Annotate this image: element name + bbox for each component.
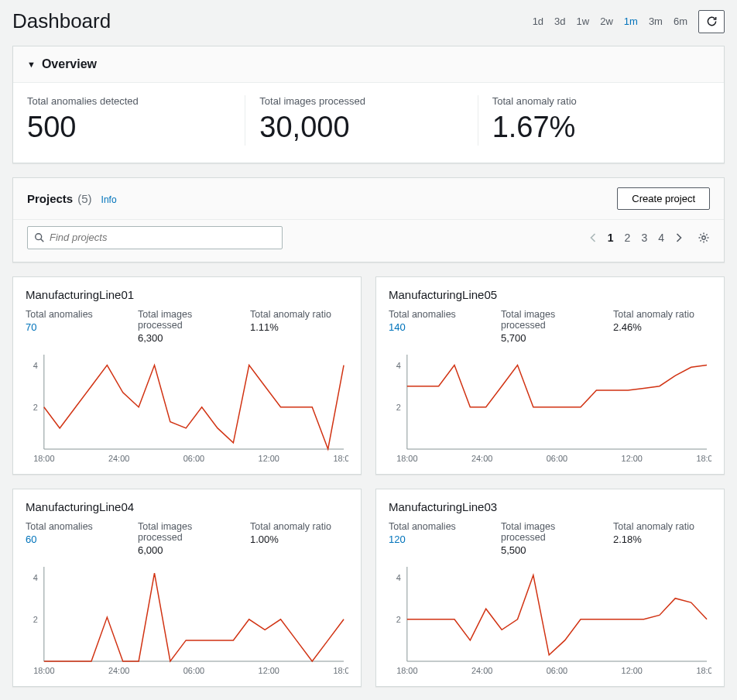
- svg-text:4: 4: [396, 572, 401, 582]
- card-stat-ratio: Total anomaly ratio2.18%: [613, 521, 711, 556]
- page-title: Dashboard: [12, 9, 111, 33]
- card-title: ManufacturingLine01: [26, 288, 348, 301]
- svg-point-0: [36, 233, 42, 239]
- card-stat-label: Total images processed: [138, 521, 236, 543]
- card-stat-value[interactable]: 140: [389, 321, 487, 333]
- svg-text:12:00: 12:00: [259, 666, 279, 675]
- svg-text:24:00: 24:00: [471, 454, 492, 463]
- page-header: Dashboard 1d 3d 1w 2w 1m 3m 6m: [12, 9, 725, 33]
- chart: 2418:0024:0006:0012:0018:00: [389, 350, 711, 466]
- card-stat-label: Total images processed: [501, 521, 599, 543]
- page-2[interactable]: 2: [625, 232, 631, 244]
- overview-panel: ▼ Overview Total anomalies detected 500 …: [12, 46, 725, 163]
- card-title: ManufacturingLine05: [389, 288, 711, 301]
- card-stat-images: Total images processed5,500: [501, 521, 599, 556]
- card-stat-value[interactable]: 60: [26, 534, 124, 545]
- time-range-1d[interactable]: 1d: [533, 15, 543, 27]
- card-stat-value: 1.00%: [250, 534, 348, 545]
- project-card: ManufacturingLine03Total anomalies120Tot…: [375, 489, 725, 687]
- svg-text:18:00: 18:00: [33, 666, 54, 675]
- card-stat-value[interactable]: 70: [26, 321, 124, 333]
- chart: 2418:0024:0006:0012:0018:00: [389, 562, 711, 678]
- svg-text:18:00: 18:00: [696, 454, 711, 463]
- svg-text:18:00: 18:00: [396, 666, 417, 675]
- svg-point-2: [702, 235, 705, 238]
- time-range-2w[interactable]: 2w: [600, 15, 613, 27]
- card-stat-ratio: Total anomaly ratio2.46%: [613, 309, 711, 344]
- card-stat-ratio: Total anomaly ratio1.00%: [250, 521, 348, 556]
- card-stat-anomalies: Total anomalies70: [26, 309, 124, 344]
- svg-text:4: 4: [33, 360, 38, 369]
- svg-text:12:00: 12:00: [259, 454, 279, 463]
- svg-text:18:00: 18:00: [396, 454, 417, 463]
- svg-text:2: 2: [33, 614, 38, 623]
- card-stat-images: Total images processed5,700: [501, 309, 599, 344]
- svg-text:18:00: 18:00: [696, 666, 711, 675]
- page-next-icon[interactable]: [675, 232, 682, 243]
- card-stat-value: 2.18%: [613, 534, 711, 545]
- refresh-icon: [706, 15, 718, 27]
- project-cards: ManufacturingLine01Total anomalies70Tota…: [12, 276, 725, 687]
- metric-value: 30,000: [259, 110, 463, 146]
- projects-title-text: Projects: [27, 192, 73, 205]
- svg-text:12:00: 12:00: [622, 454, 643, 463]
- svg-text:18:00: 18:00: [333, 454, 348, 463]
- overview-metrics: Total anomalies detected 500 Total image…: [13, 83, 724, 163]
- time-range-1m[interactable]: 1m: [624, 15, 638, 27]
- metric-images: Total images processed 30,000: [245, 95, 477, 146]
- projects-panel: Projects (5) Info Create project 1 2 3 4: [12, 177, 725, 262]
- projects-title: Projects (5) Info: [27, 192, 117, 205]
- metric-anomalies: Total anomalies detected 500: [27, 95, 245, 146]
- overview-header[interactable]: ▼ Overview: [13, 46, 724, 83]
- settings-gear-icon[interactable]: [698, 232, 710, 244]
- svg-text:4: 4: [396, 360, 401, 369]
- chart: 2418:0024:0006:0012:0018:00: [26, 350, 348, 466]
- time-range-3d[interactable]: 3d: [554, 15, 565, 27]
- svg-text:2: 2: [396, 402, 401, 411]
- card-stats: Total anomalies70Total images processed6…: [26, 309, 348, 344]
- svg-text:06:00: 06:00: [547, 454, 567, 463]
- project-card: ManufacturingLine04Total anomalies60Tota…: [12, 489, 362, 687]
- info-link[interactable]: Info: [101, 194, 117, 205]
- metric-value: 500: [27, 110, 231, 146]
- card-stat-label: Total images processed: [501, 309, 599, 331]
- svg-text:18:00: 18:00: [33, 454, 54, 463]
- metric-label: Total images processed: [259, 95, 463, 107]
- time-range-1w[interactable]: 1w: [577, 15, 590, 27]
- card-stat-value: 2.46%: [613, 321, 711, 333]
- project-card: ManufacturingLine05Total anomalies140Tot…: [375, 276, 725, 475]
- time-range-3m[interactable]: 3m: [649, 15, 663, 27]
- svg-text:24:00: 24:00: [471, 666, 492, 675]
- svg-text:2: 2: [33, 402, 38, 411]
- search-box[interactable]: [27, 226, 283, 249]
- page-1[interactable]: 1: [608, 232, 614, 244]
- card-stat-label: Total anomaly ratio: [613, 309, 711, 320]
- svg-text:06:00: 06:00: [183, 666, 204, 675]
- card-stat-images: Total images processed6,300: [138, 309, 236, 344]
- card-stat-label: Total anomalies: [389, 309, 487, 320]
- card-stat-value: 5,700: [501, 332, 599, 344]
- card-stat-label: Total anomalies: [389, 521, 487, 532]
- card-stats: Total anomalies140Total images processed…: [389, 309, 711, 344]
- svg-text:18:00: 18:00: [333, 666, 348, 675]
- card-stat-label: Total anomalies: [26, 521, 124, 532]
- card-stat-label: Total images processed: [138, 309, 236, 331]
- card-stat-ratio: Total anomaly ratio1.11%: [250, 309, 348, 344]
- card-stat-label: Total anomalies: [26, 309, 124, 320]
- svg-text:24:00: 24:00: [108, 454, 129, 463]
- svg-text:06:00: 06:00: [547, 666, 567, 675]
- create-project-button[interactable]: Create project: [617, 187, 710, 210]
- time-range-6m[interactable]: 6m: [674, 15, 687, 27]
- card-stats: Total anomalies60Total images processed6…: [26, 521, 348, 556]
- page-3[interactable]: 3: [641, 232, 647, 244]
- card-stat-anomalies: Total anomalies120: [389, 521, 487, 556]
- svg-text:06:00: 06:00: [183, 454, 204, 463]
- refresh-button[interactable]: [698, 10, 725, 33]
- page-prev-icon[interactable]: [590, 232, 597, 243]
- page-4[interactable]: 4: [658, 232, 664, 244]
- card-stat-value[interactable]: 120: [389, 534, 487, 545]
- metric-label: Total anomaly ratio: [492, 95, 696, 107]
- card-stat-value: 6,300: [138, 332, 236, 344]
- search-input[interactable]: [50, 232, 276, 243]
- card-title: ManufacturingLine04: [26, 500, 348, 513]
